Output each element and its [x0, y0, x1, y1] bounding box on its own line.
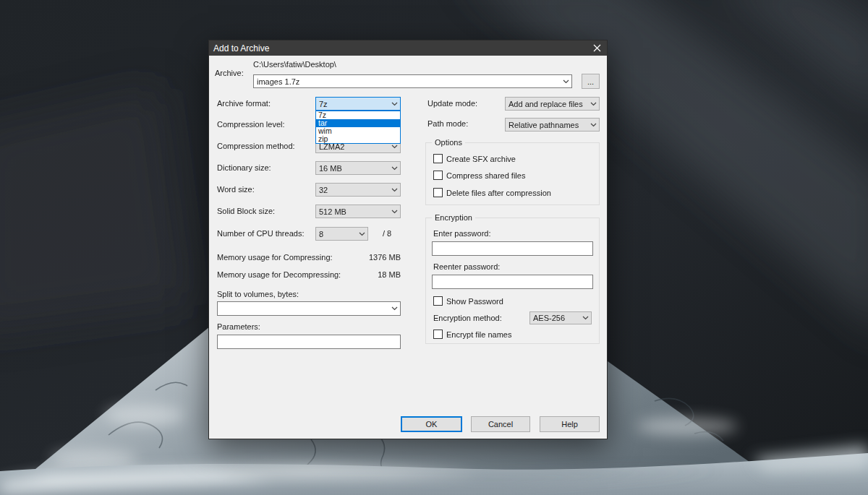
delete-files-checkbox[interactable]: [433, 188, 443, 197]
encrypt-file-names-label: Encrypt file names: [446, 330, 511, 339]
chevron-down-icon[interactable]: [388, 145, 400, 149]
delete-files-checkbox-row[interactable]: Delete files after compression: [433, 188, 551, 197]
compress-shared-label: Compress shared files: [446, 171, 525, 180]
reenter-password-label: Reenter password:: [433, 262, 500, 272]
dictionary-size-combobox[interactable]: 16 MB: [315, 161, 401, 175]
archive-format-value: 7z: [319, 100, 388, 108]
encryption-method-label: Encryption method:: [433, 313, 502, 323]
chevron-down-icon[interactable]: [587, 123, 599, 127]
path-mode-value: Relative pathnames: [509, 121, 587, 129]
parameters-label: Parameters:: [217, 322, 260, 332]
encryption-method-combobox[interactable]: AES-256: [529, 311, 592, 324]
chevron-down-icon[interactable]: [388, 188, 400, 192]
solid-block-size-combobox[interactable]: 512 MB: [315, 205, 401, 218]
dropdown-option-wim[interactable]: wim: [316, 127, 400, 135]
chevron-down-icon[interactable]: [560, 79, 571, 84]
memory-compress-value: 1376 MB: [328, 252, 401, 262]
reenter-password-input[interactable]: [432, 275, 593, 289]
memory-decompress-label: Memory usage for Decompressing:: [217, 270, 341, 280]
create-sfx-label: Create SFX archive: [446, 155, 516, 163]
encrypt-file-names-checkbox-row[interactable]: Encrypt file names: [433, 330, 511, 339]
path-mode-label: Path mode:: [427, 119, 468, 129]
solid-block-size-label: Solid Block size:: [217, 206, 275, 216]
chevron-down-icon[interactable]: [388, 102, 400, 106]
update-mode-label: Update mode:: [427, 98, 477, 108]
chevron-down-icon[interactable]: [579, 316, 591, 320]
archive-format-combobox[interactable]: 7z: [315, 97, 401, 111]
split-volumes-combobox[interactable]: [217, 301, 401, 316]
enter-password-label: Enter password:: [433, 228, 490, 238]
chevron-down-icon[interactable]: [388, 166, 400, 171]
delete-files-label: Delete files after compression: [446, 189, 551, 197]
encryption-group: Encryption Enter password: Reenter passw…: [425, 218, 600, 344]
dropdown-option-zip[interactable]: zip: [316, 135, 400, 143]
add-to-archive-dialog: Add to Archive Archive: C:\Users\fatiw\D…: [208, 40, 608, 439]
compression-method-label: Compression method:: [217, 141, 295, 151]
help-button[interactable]: Help: [540, 416, 600, 432]
archive-format-dropdown-list: 7z tar wim zip: [315, 111, 401, 144]
compression-level-label: Compression level:: [217, 119, 285, 129]
cpu-threads-value: 8: [319, 230, 356, 238]
archive-name-value: images 1.7z: [257, 77, 560, 86]
path-mode-combobox[interactable]: Relative pathnames: [505, 118, 600, 132]
memory-compress-label: Memory usage for Compressing:: [217, 252, 333, 262]
word-size-combobox[interactable]: 32: [315, 183, 401, 197]
dictionary-size-value: 16 MB: [319, 164, 388, 173]
encryption-group-title: Encryption: [432, 213, 475, 223]
parameters-input[interactable]: [217, 335, 401, 349]
cpu-threads-label: Number of CPU threads:: [217, 228, 304, 238]
browse-button[interactable]: ...: [582, 74, 600, 89]
split-volumes-label: Split to volumes, bytes:: [217, 289, 299, 299]
dropdown-option-7z[interactable]: 7z: [316, 111, 400, 119]
cancel-button[interactable]: Cancel: [471, 416, 530, 432]
memory-decompress-value: 18 MB: [328, 270, 401, 280]
encryption-method-value: AES-256: [533, 314, 579, 322]
help-button-label: Help: [561, 420, 578, 429]
chevron-down-icon[interactable]: [388, 306, 400, 311]
solid-block-size-value: 512 MB: [319, 207, 388, 216]
chevron-down-icon[interactable]: [388, 210, 400, 214]
window-title: Add to Archive: [213, 43, 269, 53]
archive-dir-path: C:\Users\fatiw\Desktop\: [253, 59, 336, 69]
close-icon: [593, 44, 601, 52]
update-mode-value: Add and replace files: [509, 100, 587, 108]
cpu-threads-max: / 8: [383, 228, 391, 238]
update-mode-combobox[interactable]: Add and replace files: [505, 97, 600, 111]
archive-label: Archive:: [215, 68, 244, 78]
dictionary-size-label: Dictionary size:: [217, 163, 271, 173]
archive-format-label: Archive format:: [217, 98, 271, 108]
word-size-value: 32: [319, 186, 388, 194]
cpu-threads-combobox[interactable]: 8: [315, 227, 368, 241]
options-group: Options Create SFX archive Compress shar…: [425, 142, 600, 205]
encrypt-file-names-checkbox[interactable]: [433, 330, 443, 339]
ok-button-label: OK: [426, 420, 438, 429]
compress-shared-checkbox[interactable]: [433, 171, 443, 180]
enter-password-input[interactable]: [432, 241, 593, 256]
close-button[interactable]: [590, 42, 603, 54]
ok-button[interactable]: OK: [401, 416, 462, 432]
compress-shared-checkbox-row[interactable]: Compress shared files: [433, 171, 525, 180]
word-size-label: Word size:: [217, 184, 255, 194]
options-group-title: Options: [432, 138, 465, 147]
chevron-down-icon[interactable]: [587, 102, 599, 106]
show-password-checkbox[interactable]: [433, 296, 443, 306]
show-password-label: Show Password: [446, 297, 503, 306]
create-sfx-checkbox[interactable]: [433, 154, 443, 163]
cancel-button-label: Cancel: [488, 420, 513, 429]
archive-name-combobox[interactable]: images 1.7z: [253, 74, 572, 88]
browse-button-label: ...: [587, 77, 594, 86]
chevron-down-icon[interactable]: [356, 232, 367, 236]
create-sfx-checkbox-row[interactable]: Create SFX archive: [433, 154, 516, 163]
titlebar: Add to Archive: [209, 40, 607, 56]
show-password-checkbox-row[interactable]: Show Password: [433, 296, 503, 306]
